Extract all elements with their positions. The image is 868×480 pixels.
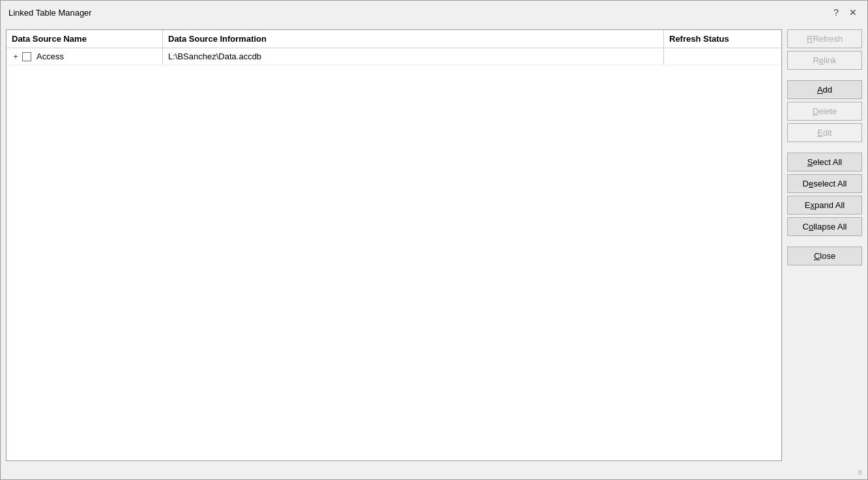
expand-all-button[interactable]: Expand All xyxy=(787,196,862,215)
refresh-button[interactable]: RRefresh xyxy=(787,29,862,48)
collapse-all-button[interactable]: Collapse All xyxy=(787,217,862,236)
delete-button[interactable]: Delete xyxy=(787,102,862,121)
dialog-title: Linked Table Manager xyxy=(8,8,92,18)
dialog-footer: ⠿ xyxy=(1,466,867,479)
col-header-refresh-status: Refresh Status xyxy=(664,30,781,48)
add-button[interactable]: Add xyxy=(787,80,862,99)
main-panel: Data Source Name Data Source Information… xyxy=(6,29,782,461)
expand-icon[interactable]: + xyxy=(12,52,20,61)
resize-handle: ⠿ xyxy=(858,470,862,477)
cell-datasource-info: L:\BSanchez\Data.accdb xyxy=(163,48,664,65)
cell-datasource-name: + Access xyxy=(7,48,163,65)
col-header-datasource-name: Data Source Name xyxy=(7,30,163,48)
table-row[interactable]: + Access L:\BSanchez\Data.accdb xyxy=(7,48,781,65)
select-all-button[interactable]: Select All xyxy=(787,153,862,172)
table-header: Data Source Name Data Source Information… xyxy=(7,30,781,48)
close-title-button[interactable]: ✕ xyxy=(846,6,860,19)
dialog-body: Data Source Name Data Source Information… xyxy=(1,24,867,466)
title-bar: Linked Table Manager ? ✕ xyxy=(1,1,867,24)
title-controls: ? ✕ xyxy=(831,6,860,19)
row-checkbox[interactable] xyxy=(22,52,31,61)
sidebar-buttons: RRefresh Relink Add Delete Edit Select A… xyxy=(787,29,862,461)
help-button[interactable]: ? xyxy=(831,6,841,19)
deselect-all-button[interactable]: Deselect All xyxy=(787,174,862,193)
edit-button[interactable]: Edit xyxy=(787,123,862,142)
relink-button[interactable]: Relink xyxy=(787,51,862,70)
linked-table-manager-dialog: Linked Table Manager ? ✕ Data Source Nam… xyxy=(0,0,868,480)
row-name-label: Access xyxy=(36,52,64,61)
cell-refresh-status xyxy=(664,53,781,60)
close-button[interactable]: Close xyxy=(787,247,862,265)
col-header-datasource-info: Data Source Information xyxy=(163,30,664,48)
